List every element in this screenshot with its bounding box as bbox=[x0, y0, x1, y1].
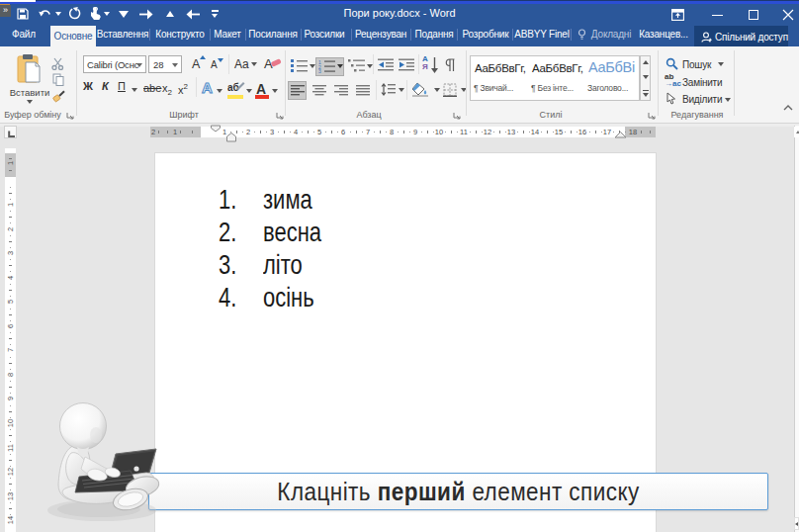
svg-text:3: 3 bbox=[318, 68, 321, 73]
